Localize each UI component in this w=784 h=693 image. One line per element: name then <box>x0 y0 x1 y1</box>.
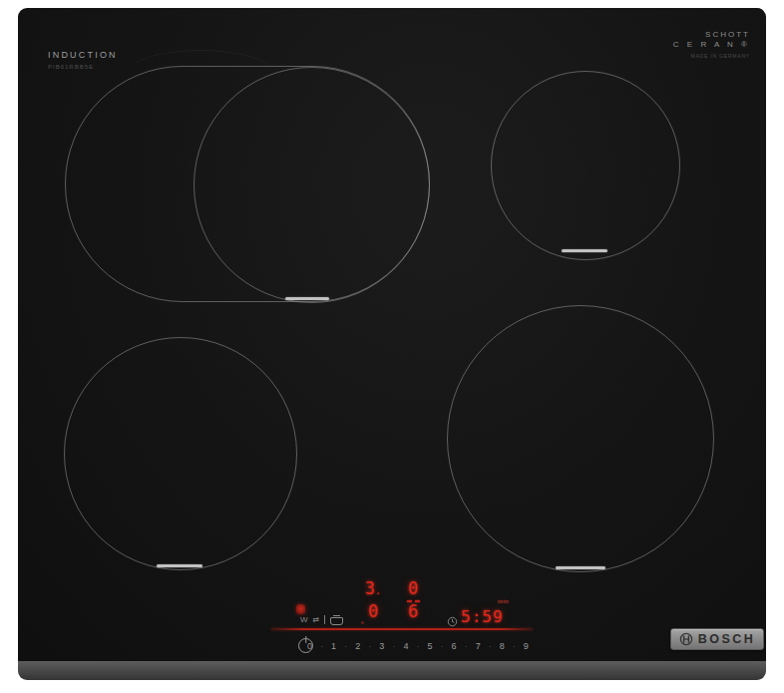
induction-label: INDUCTION <box>48 50 118 60</box>
power-level-key-0[interactable]: 0 <box>307 641 312 651</box>
power-level-key-4[interactable]: 4 <box>403 641 408 651</box>
back-right-zone-outline <box>491 71 680 260</box>
schott-ceran-label: SCHOTT C E R A N ® MADE IN GERMANY <box>673 30 750 59</box>
power-level-key-9[interactable]: 9 <box>524 641 529 651</box>
front-right-zone-pan-mark <box>556 566 605 569</box>
front-left-zone-outline <box>64 337 297 570</box>
power-level-key-7[interactable]: 7 <box>476 641 481 651</box>
rear-right-zone-display: 0 <box>401 578 425 598</box>
cooktop-glass-surface: INDUCTION PIB61RBB5E SCHOTT C E R A N ® … <box>18 8 766 661</box>
status-indicator-led <box>296 604 305 614</box>
divider-icon <box>324 615 325 624</box>
slider-separator: · <box>441 642 444 651</box>
display-underline <box>271 628 533 630</box>
power-level-key-6[interactable]: 6 <box>452 641 457 651</box>
front-left-zone-display: 0 <box>361 601 385 621</box>
power-level-key-3[interactable]: 3 <box>379 641 384 651</box>
front-left-zone-pan-mark <box>157 564 202 567</box>
slider-separator: · <box>513 642 516 651</box>
front-right-zone-display: 6 <box>401 601 425 621</box>
power-level-key-1[interactable]: 1 <box>331 641 336 651</box>
bosch-armature-icon <box>679 632 693 646</box>
slider-separator: · <box>489 642 492 651</box>
bosch-badge: BOSCH <box>670 628 764 650</box>
schott-label-line2: C E R A N ® <box>673 40 750 49</box>
power-level-key-5[interactable]: 5 <box>427 641 432 651</box>
pan-icon[interactable] <box>330 617 343 625</box>
slider-separator: · <box>368 642 371 651</box>
slider-separator: · <box>320 642 323 651</box>
timer-clock-icon[interactable] <box>447 616 458 627</box>
wipe-protection-icon[interactable]: W <box>300 615 308 625</box>
transfer-icon[interactable]: ⇄ <box>313 615 320 625</box>
slider-separator: · <box>417 642 420 651</box>
front-trim-strip <box>18 661 766 680</box>
flex-zone-circle-outline <box>194 67 430 303</box>
timer-display: 5:59 <box>461 607 504 626</box>
schott-label-line1: SCHOTT <box>673 30 750 39</box>
power-level-slider[interactable]: 0·1·2·3·4·5·6·7·8·9 <box>307 640 529 652</box>
model-number-label: PIB61RBB5E <box>48 64 94 70</box>
slider-separator: · <box>344 642 347 651</box>
rear-left-decimal-dot: . <box>375 585 381 596</box>
function-key-row: W ⇄ <box>300 614 343 625</box>
slider-separator: · <box>465 642 468 651</box>
timer-unit-label: min <box>498 598 509 604</box>
bosch-badge-text: BOSCH <box>698 632 756 646</box>
slider-separator: · <box>393 642 396 651</box>
rear-left-zone-display: 3. <box>361 578 385 598</box>
flex-zone-pan-mark <box>285 297 329 300</box>
rear-left-level: 3 <box>365 578 375 598</box>
zone-select-dot <box>361 621 364 624</box>
front-right-zone-outline <box>447 305 714 572</box>
back-right-zone-pan-mark <box>562 249 607 252</box>
power-level-key-8[interactable]: 8 <box>500 641 505 651</box>
schott-label-subline: MADE IN GERMANY <box>673 53 750 59</box>
power-level-key-2[interactable]: 2 <box>355 641 360 651</box>
